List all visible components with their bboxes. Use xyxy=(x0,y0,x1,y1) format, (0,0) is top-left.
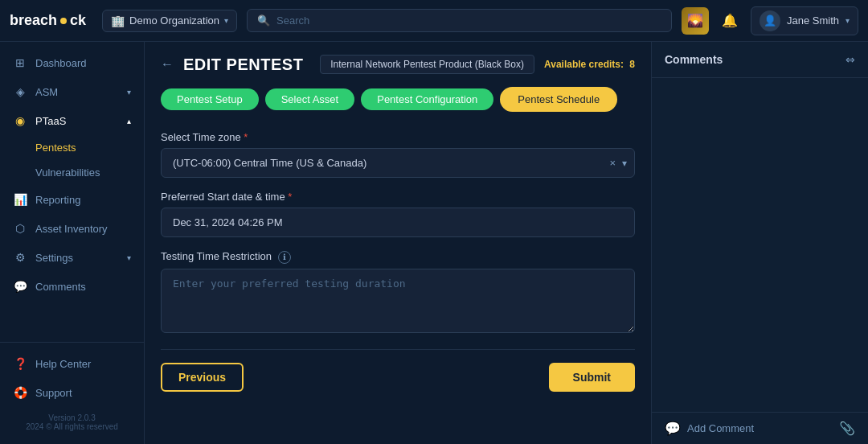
datetime-input[interactable] xyxy=(161,208,635,237)
sidebar-item-label: PTaaS xyxy=(35,115,66,127)
comments-title: Comments xyxy=(665,53,723,66)
sidebar-item-label: Help Center xyxy=(35,358,91,370)
user-profile-button[interactable]: 👤 Jane Smith ▾ xyxy=(751,6,858,35)
timezone-required: * xyxy=(244,131,248,143)
testing-restriction-label: Testing Time Restriction ℹ xyxy=(161,250,635,264)
datetime-required: * xyxy=(288,191,292,203)
asset-inventory-icon: ⬡ xyxy=(13,222,27,235)
logo-dot xyxy=(60,18,67,24)
search-bar[interactable]: 🔍 xyxy=(247,9,672,32)
main-layout: ⊞ Dashboard ◈ ASM ▾ ◉ PTaaS ▴ Pentests V… xyxy=(0,42,868,444)
timezone-section: Select Time zone * (UTC-06:00) Central T… xyxy=(161,131,635,178)
dashboard-icon: ⊞ xyxy=(13,56,27,69)
sidebar-item-asm[interactable]: ◈ ASM ▾ xyxy=(0,77,144,106)
sidebar-item-label: Reporting xyxy=(35,194,80,206)
timezone-clear-button[interactable]: × xyxy=(609,157,616,169)
settings-icon: ⚙ xyxy=(13,251,27,264)
info-icon[interactable]: ℹ xyxy=(278,251,291,264)
main-panel: ← EDIT PENTEST Internal Network Pentest … xyxy=(145,42,651,444)
comments-icon: 💬 xyxy=(13,280,27,293)
org-name: Demo Organization xyxy=(129,14,219,27)
datetime-section: Preferred Start date & time * xyxy=(161,191,635,237)
avatar-thumbnail: 🌄 xyxy=(682,7,709,35)
sidebar-item-vulnerabilities[interactable]: Vulnerabilities xyxy=(35,160,144,185)
sidebar-item-dashboard[interactable]: ⊞ Dashboard xyxy=(0,48,144,77)
sidebar-item-label: Support xyxy=(35,387,72,399)
sidebar-item-comments[interactable]: 💬 Comments xyxy=(0,272,144,301)
product-badge: Internal Network Pentest Product (Black … xyxy=(320,55,534,74)
search-input[interactable] xyxy=(276,14,661,27)
ptaas-icon: ◉ xyxy=(13,114,27,127)
sidebar-item-pentests[interactable]: Pentests xyxy=(35,135,144,160)
sidebar-item-settings[interactable]: ⚙ Settings ▾ xyxy=(0,243,144,272)
comments-body xyxy=(652,78,868,412)
step-pentest-configuration[interactable]: Pentest Configuration xyxy=(361,88,493,110)
submit-button[interactable]: Submit xyxy=(549,363,635,392)
header-badges: Internal Network Pentest Product (Black … xyxy=(320,55,635,74)
bell-icon[interactable]: 🔔 xyxy=(719,10,741,32)
sidebar-item-support[interactable]: 🛟 Support xyxy=(0,378,144,407)
sidebar-version: Version 2.0.3 2024 © All rights reserved xyxy=(0,407,144,438)
comments-panel: Comments ⇔ 💬 Add Comment 📎 xyxy=(651,42,868,444)
add-comment-label: Add Comment xyxy=(687,422,754,434)
user-avatar-icon: 👤 xyxy=(760,10,780,31)
sidebar-item-asset-inventory[interactable]: ⬡ Asset Inventory xyxy=(0,214,144,243)
topnav: breachck 🏢 Demo Organization ▾ 🔍 🌄 🔔 👤 J… xyxy=(0,0,868,42)
timezone-select-wrapper: (UTC-06:00) Central Time (US & Canada) ×… xyxy=(161,148,635,178)
panel-footer: Previous Submit xyxy=(161,349,635,392)
step-pentest-setup[interactable]: Pentest Setup xyxy=(161,88,259,110)
datetime-label: Preferred Start date & time * xyxy=(161,191,635,203)
add-comment-icon: 💬 xyxy=(665,421,681,436)
asm-icon: ◈ xyxy=(13,85,27,98)
sidebar-item-ptaas[interactable]: ◉ PTaaS ▴ xyxy=(0,106,144,135)
step-select-asset[interactable]: Select Asset xyxy=(265,88,355,110)
stepper: Pentest Setup Select Asset Pentest Confi… xyxy=(161,87,635,112)
help-center-icon: ❓ xyxy=(13,357,27,370)
comments-footer: 💬 Add Comment 📎 xyxy=(652,412,868,444)
credits-badge: Available credits: 8 xyxy=(544,59,635,70)
search-icon: 🔍 xyxy=(257,14,270,27)
user-chevron-icon: ▾ xyxy=(845,16,850,25)
ptaas-chevron-icon: ▴ xyxy=(127,117,131,125)
logo: breachck xyxy=(10,12,86,29)
sidebar-item-label: Comments xyxy=(35,281,86,293)
page-title: EDIT PENTEST xyxy=(183,56,303,74)
support-icon: 🛟 xyxy=(13,386,27,399)
sidebar-item-label: Dashboard xyxy=(35,57,87,69)
sidebar-item-reporting[interactable]: 📊 Reporting xyxy=(0,185,144,214)
page-header: ← EDIT PENTEST Internal Network Pentest … xyxy=(161,55,635,74)
user-name: Jane Smith xyxy=(787,14,839,27)
org-icon: 🏢 xyxy=(111,14,125,27)
content-area: ← EDIT PENTEST Internal Network Pentest … xyxy=(145,42,868,444)
sidebar-item-label: Settings xyxy=(35,252,73,264)
sidebar: ⊞ Dashboard ◈ ASM ▾ ◉ PTaaS ▴ Pentests V… xyxy=(0,42,145,444)
comments-expand-icon[interactable]: ⇔ xyxy=(845,53,855,66)
sidebar-bottom: ❓ Help Center 🛟 Support Version 2.0.3 20… xyxy=(0,342,144,438)
sidebar-item-label: Asset Inventory xyxy=(35,223,108,235)
testing-restriction-textarea[interactable] xyxy=(161,269,635,333)
comments-header: Comments ⇔ xyxy=(652,42,868,78)
attachment-icon[interactable]: 📎 xyxy=(839,421,855,436)
reporting-icon: 📊 xyxy=(13,193,27,206)
nav-right: 🌄 🔔 👤 Jane Smith ▾ xyxy=(682,6,858,35)
timezone-label: Select Time zone * xyxy=(161,131,635,143)
step-pentest-schedule[interactable]: Pentest Schedule xyxy=(500,87,617,112)
org-selector[interactable]: 🏢 Demo Organization ▾ xyxy=(102,10,237,32)
sidebar-item-help-center[interactable]: ❓ Help Center xyxy=(0,349,144,378)
ptaas-submenu: Pentests Vulnerabilities xyxy=(0,135,144,185)
back-arrow-icon[interactable]: ← xyxy=(161,57,174,72)
add-comment-button[interactable]: 💬 Add Comment xyxy=(665,421,754,436)
select-actions: × ▾ xyxy=(609,157,627,169)
settings-chevron-icon: ▾ xyxy=(127,253,131,262)
page-title-row: ← EDIT PENTEST xyxy=(161,56,303,74)
testing-restriction-section: Testing Time Restriction ℹ xyxy=(161,250,635,336)
sidebar-item-label: ASM xyxy=(35,86,58,98)
org-chevron-icon: ▾ xyxy=(224,16,228,25)
asm-chevron-icon: ▾ xyxy=(127,88,131,97)
previous-button[interactable]: Previous xyxy=(161,363,244,392)
timezone-select[interactable]: (UTC-06:00) Central Time (US & Canada) xyxy=(161,148,635,178)
timezone-chevron-icon: ▾ xyxy=(622,158,627,169)
